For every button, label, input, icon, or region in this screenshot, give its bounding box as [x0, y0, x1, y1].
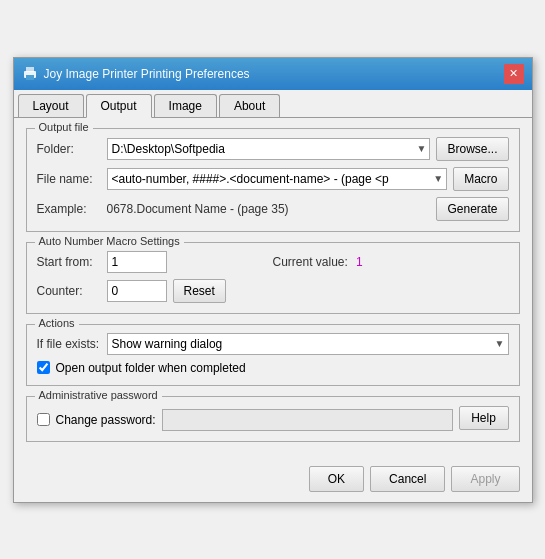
admin-password-group-title: Administrative password — [35, 389, 162, 401]
start-from-input[interactable] — [107, 251, 167, 273]
counter-row: Counter: Reset — [37, 279, 509, 303]
file-name-row: File name: <auto-number, ####>.<document… — [37, 167, 509, 191]
file-name-select[interactable]: <auto-number, ####>.<document-name> - (p… — [107, 168, 448, 190]
main-window: Joy Image Printer Printing Preferences ✕… — [13, 57, 533, 503]
tab-image[interactable]: Image — [154, 94, 217, 117]
ok-button[interactable]: OK — [309, 466, 364, 492]
example-value: 0678.Document Name - (page 35) — [107, 202, 289, 216]
cancel-button[interactable]: Cancel — [370, 466, 445, 492]
password-row: Change password: Help — [37, 405, 509, 431]
file-name-select-wrapper: <auto-number, ####>.<document-name> - (p… — [107, 168, 448, 190]
folder-select[interactable]: D:\Desktop\Softpedia — [107, 138, 431, 160]
actions-group-title: Actions — [35, 317, 79, 329]
tab-output[interactable]: Output — [86, 94, 152, 118]
example-row: Example: 0678.Document Name - (page 35) … — [37, 197, 509, 221]
start-from-col: Start from: — [37, 251, 273, 273]
password-left: Change password: — [37, 405, 453, 431]
if-file-exists-select-wrapper: Show warning dialog Overwrite Skip Ask ▼ — [107, 333, 509, 355]
browse-button[interactable]: Browse... — [436, 137, 508, 161]
folder-row: Folder: D:\Desktop\Softpedia ▼ Browse... — [37, 137, 509, 161]
file-name-label: File name: — [37, 172, 107, 186]
folder-label: Folder: — [37, 142, 107, 156]
close-button[interactable]: ✕ — [504, 64, 524, 84]
window-title: Joy Image Printer Printing Preferences — [44, 67, 250, 81]
open-folder-checkbox[interactable] — [37, 361, 50, 374]
tab-content: Output file Folder: D:\Desktop\Softpedia… — [14, 118, 532, 460]
current-value-number: 1 — [356, 255, 363, 269]
tab-about[interactable]: About — [219, 94, 280, 117]
admin-password-group: Administrative password Change password:… — [26, 396, 520, 442]
current-value-label: Current value: — [273, 255, 348, 269]
if-file-exists-label: If file exists: — [37, 337, 107, 351]
password-input[interactable] — [162, 409, 453, 431]
bottom-buttons: OK Cancel Apply — [14, 460, 532, 502]
svg-rect-1 — [26, 67, 34, 72]
example-label: Example: — [37, 202, 107, 216]
if-file-exists-row: If file exists: Show warning dialog Over… — [37, 333, 509, 355]
start-from-row: Start from: Current value: 1 — [37, 251, 509, 273]
change-password-checkbox[interactable] — [37, 413, 50, 426]
counter-input[interactable] — [107, 280, 167, 302]
reset-button[interactable]: Reset — [173, 279, 226, 303]
svg-rect-2 — [26, 75, 34, 80]
generate-button[interactable]: Generate — [436, 197, 508, 221]
auto-number-group-title: Auto Number Macro Settings — [35, 235, 184, 247]
output-file-group-title: Output file — [35, 121, 93, 133]
macro-button[interactable]: Macro — [453, 167, 508, 191]
open-folder-row: Open output folder when completed — [37, 361, 509, 375]
printer-icon — [22, 66, 38, 82]
help-button[interactable]: Help — [459, 406, 509, 430]
actions-group: Actions If file exists: Show warning dia… — [26, 324, 520, 386]
counter-label: Counter: — [37, 284, 107, 298]
change-password-label: Change password: — [56, 413, 156, 427]
tab-bar: Layout Output Image About — [14, 90, 532, 118]
current-value-col: Current value: 1 — [273, 255, 509, 269]
tab-layout[interactable]: Layout — [18, 94, 84, 117]
open-folder-label: Open output folder when completed — [56, 361, 246, 375]
start-from-label: Start from: — [37, 255, 107, 269]
title-bar: Joy Image Printer Printing Preferences ✕ — [14, 58, 532, 90]
title-bar-left: Joy Image Printer Printing Preferences — [22, 66, 250, 82]
change-password-row: Change password: — [37, 409, 453, 431]
output-file-group: Output file Folder: D:\Desktop\Softpedia… — [26, 128, 520, 232]
apply-button[interactable]: Apply — [451, 466, 519, 492]
auto-number-group: Auto Number Macro Settings Start from: C… — [26, 242, 520, 314]
if-file-exists-select[interactable]: Show warning dialog Overwrite Skip Ask — [107, 333, 509, 355]
folder-select-wrapper: D:\Desktop\Softpedia ▼ — [107, 138, 431, 160]
